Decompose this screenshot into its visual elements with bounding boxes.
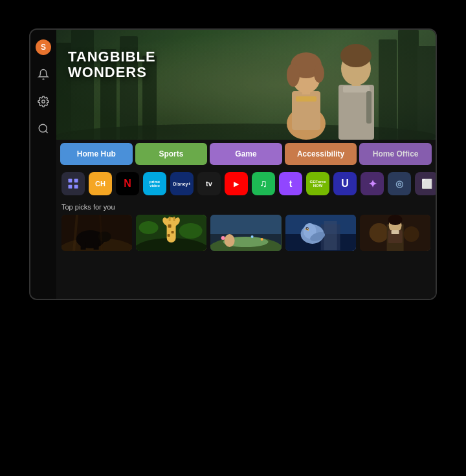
bell-icon[interactable] [35, 66, 52, 83]
apps-bar: CH N primevideo Disney+ tv ▶ ♫ t GEForce… [56, 168, 436, 199]
app-spotify[interactable]: ♫ [252, 172, 275, 195]
pick-item-4[interactable] [285, 215, 356, 251]
svg-rect-45 [168, 234, 170, 237]
svg-rect-79 [391, 230, 399, 234]
app-twitch[interactable]: t [279, 172, 302, 195]
svg-rect-19 [296, 96, 316, 102]
nav-accessibility[interactable]: Accessibility [285, 143, 357, 165]
svg-rect-49 [173, 217, 175, 221]
hero-person-right [322, 33, 390, 140]
svg-rect-24 [343, 86, 370, 92]
svg-point-74 [403, 226, 419, 242]
svg-point-77 [388, 215, 402, 225]
svg-rect-27 [74, 179, 78, 183]
app-u[interactable]: U [333, 172, 357, 195]
svg-rect-33 [81, 242, 86, 250]
sidebar: S [30, 30, 56, 299]
svg-rect-10 [417, 46, 436, 140]
svg-rect-26 [69, 179, 72, 183]
app-misc-1[interactable]: ✦ [361, 172, 384, 195]
svg-rect-53 [210, 215, 281, 234]
svg-rect-25 [366, 91, 372, 124]
svg-point-17 [287, 63, 300, 87]
app-geforce-now[interactable]: GEForceNOW [306, 172, 329, 195]
app-misc-3[interactable]: ⬜ [415, 172, 436, 195]
pick-item-2[interactable] [136, 215, 206, 251]
svg-point-57 [221, 236, 225, 240]
svg-line-2 [45, 131, 47, 133]
svg-point-73 [369, 223, 388, 243]
svg-point-69 [306, 228, 307, 229]
app-channel[interactable]: CH [89, 172, 112, 195]
top-picks-section: Top picks for you [56, 199, 436, 299]
avatar[interactable]: S [35, 39, 52, 56]
svg-point-56 [225, 234, 235, 247]
app-prime-video[interactable]: primevideo [143, 172, 166, 195]
svg-rect-4 [71, 30, 94, 140]
hero-banner: TANGBIBLE WONDERS [56, 30, 436, 140]
app-all-apps[interactable] [61, 172, 85, 195]
nav-bar: Home Hub Sports Game Accessibility Home … [56, 140, 436, 168]
app-netflix[interactable]: N [116, 172, 139, 195]
pick-item-5[interactable] [360, 215, 430, 251]
svg-point-50 [139, 221, 159, 234]
pick-item-3[interactable] [210, 215, 281, 251]
svg-point-59 [251, 235, 254, 238]
svg-rect-63 [324, 221, 337, 250]
main-content: TANGBIBLE WONDERS [56, 30, 436, 299]
svg-point-51 [179, 223, 203, 239]
svg-point-35 [98, 232, 111, 242]
settings-icon[interactable] [35, 93, 52, 110]
svg-rect-28 [69, 185, 72, 189]
nav-home-office[interactable]: Home Office [359, 143, 432, 165]
svg-point-58 [261, 238, 263, 241]
nav-game[interactable]: Game [210, 143, 282, 165]
svg-rect-29 [74, 185, 78, 189]
svg-rect-48 [169, 217, 171, 221]
pick-item-1[interactable] [61, 215, 132, 251]
svg-rect-44 [172, 231, 174, 233]
svg-rect-43 [168, 224, 172, 228]
top-picks-label: Top picks for you [61, 203, 430, 211]
svg-point-23 [340, 44, 372, 67]
app-disney-plus[interactable]: Disney+ [170, 172, 194, 195]
svg-point-1 [39, 124, 47, 132]
nav-home-hub[interactable]: Home Hub [60, 143, 133, 165]
svg-rect-34 [94, 243, 99, 250]
app-youtube[interactable]: ▶ [225, 172, 248, 195]
app-apple-tv[interactable]: tv [197, 172, 221, 195]
svg-rect-9 [398, 30, 419, 140]
nav-sports[interactable]: Sports [135, 143, 208, 165]
avatar-circle: S [36, 39, 51, 55]
search-icon[interactable] [35, 120, 52, 137]
svg-point-0 [42, 100, 45, 103]
tv-frame: S [29, 28, 437, 300]
hero-title: TANGBIBLE WONDERS [68, 49, 156, 80]
hero-people [267, 30, 397, 140]
picks-grid [61, 215, 430, 251]
app-misc-2[interactable]: ◎ [388, 172, 411, 195]
